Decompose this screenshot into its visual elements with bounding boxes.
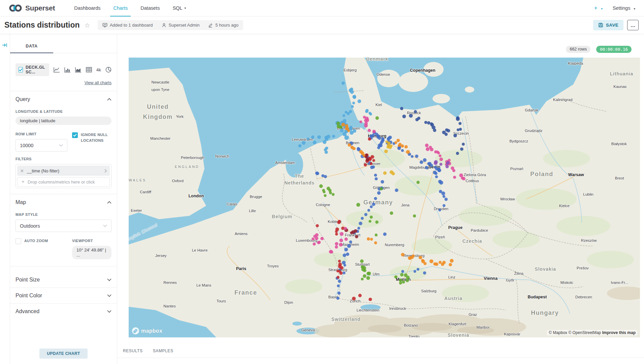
south-tab-samples[interactable]: SAMPLES <box>153 349 173 358</box>
station-point[interactable] <box>356 203 360 206</box>
station-point[interactable] <box>392 172 395 175</box>
station-point[interactable] <box>375 234 378 237</box>
station-point[interactable] <box>377 191 381 195</box>
station-point[interactable] <box>374 174 377 177</box>
station-point[interactable] <box>360 259 363 263</box>
station-point[interactable] <box>396 139 400 142</box>
station-point[interactable] <box>439 155 441 157</box>
station-point[interactable] <box>324 194 326 197</box>
station-point[interactable] <box>338 279 341 283</box>
station-point[interactable] <box>343 271 346 274</box>
station-point[interactable] <box>424 121 427 124</box>
station-point[interactable] <box>375 133 379 136</box>
station-point[interactable] <box>358 294 362 297</box>
station-point[interactable] <box>312 237 315 240</box>
station-point[interactable] <box>453 176 456 179</box>
section-point-color[interactable]: Point Color <box>10 288 117 303</box>
station-point[interactable] <box>401 144 404 148</box>
filter-time-token[interactable]: ✕ __time (No filter) <box>17 166 110 176</box>
station-point[interactable] <box>325 151 328 154</box>
station-point[interactable] <box>307 137 310 140</box>
station-point[interactable] <box>338 260 341 262</box>
station-point[interactable] <box>381 138 385 141</box>
settings-menu[interactable]: Settings ▾ <box>613 5 635 11</box>
station-point[interactable] <box>439 209 441 211</box>
station-point[interactable] <box>460 147 463 151</box>
station-point[interactable] <box>344 135 349 140</box>
station-point[interactable] <box>439 163 442 166</box>
station-point[interactable] <box>302 141 305 144</box>
station-point[interactable] <box>339 271 343 275</box>
station-point[interactable] <box>387 141 391 145</box>
station-point[interactable] <box>365 154 368 157</box>
station-point[interactable] <box>337 285 340 287</box>
station-point[interactable] <box>400 273 404 276</box>
station-point[interactable] <box>343 254 346 257</box>
station-point[interactable] <box>335 230 338 233</box>
station-point[interactable] <box>340 129 344 133</box>
station-point[interactable] <box>423 262 426 265</box>
lonlat-token[interactable]: longitude | latitude <box>15 117 111 125</box>
station-point[interactable] <box>350 131 354 135</box>
station-point[interactable] <box>383 171 387 175</box>
station-point[interactable] <box>368 298 372 301</box>
station-point[interactable] <box>344 264 346 267</box>
station-point[interactable] <box>419 256 422 259</box>
station-point[interactable] <box>412 255 415 257</box>
station-point[interactable] <box>374 241 377 244</box>
map-section-header[interactable]: Map <box>15 199 111 205</box>
filters-drop-zone[interactable]: ＋ Drop columns/metrics here or click <box>17 177 110 187</box>
station-point[interactable] <box>336 297 340 300</box>
last-modified[interactable]: 5 hours ago <box>208 23 238 28</box>
station-point[interactable] <box>369 162 372 165</box>
station-point[interactable] <box>335 245 338 249</box>
station-point[interactable] <box>414 270 416 273</box>
more-options-button[interactable]: … <box>627 20 639 30</box>
viewport-token[interactable]: 10° 24' 49.86" | ... <box>72 246 111 259</box>
station-point[interactable] <box>359 121 362 123</box>
station-point[interactable] <box>429 259 433 263</box>
station-point[interactable] <box>378 137 381 140</box>
station-point[interactable] <box>372 130 376 133</box>
nav-item-sql[interactable]: SQL▾ <box>166 0 192 16</box>
station-point[interactable] <box>436 151 439 153</box>
station-point[interactable] <box>366 158 369 162</box>
station-point[interactable] <box>367 237 370 241</box>
south-tab-results[interactable]: RESULTS <box>123 349 143 358</box>
table-icon[interactable] <box>86 67 92 72</box>
station-point[interactable] <box>423 158 427 162</box>
station-point[interactable] <box>446 165 449 168</box>
station-point[interactable] <box>316 172 319 175</box>
station-point[interactable] <box>406 278 409 282</box>
station-point[interactable] <box>443 204 445 207</box>
station-point[interactable] <box>367 209 370 211</box>
station-point[interactable] <box>298 144 301 147</box>
line-chart-icon[interactable] <box>54 67 60 73</box>
station-point[interactable] <box>439 158 443 161</box>
station-point[interactable] <box>336 276 340 279</box>
expand-panel-icon[interactable] <box>2 42 8 48</box>
station-point[interactable] <box>401 149 404 152</box>
station-point[interactable] <box>456 152 459 155</box>
station-point[interactable] <box>435 175 438 178</box>
section-point-size[interactable]: Point Size <box>10 272 117 288</box>
station-point[interactable] <box>332 193 334 196</box>
station-point[interactable] <box>340 238 343 242</box>
station-point[interactable] <box>394 141 397 144</box>
station-point[interactable] <box>350 90 354 94</box>
station-point[interactable] <box>416 181 420 184</box>
station-point[interactable] <box>370 216 373 219</box>
station-point[interactable] <box>352 297 356 300</box>
station-point[interactable] <box>359 222 362 225</box>
station-point[interactable] <box>427 121 430 125</box>
station-point[interactable] <box>355 235 358 238</box>
station-point[interactable] <box>384 150 388 153</box>
station-point[interactable] <box>347 129 350 132</box>
station-point[interactable] <box>452 169 455 172</box>
station-point[interactable] <box>344 227 347 230</box>
station-point[interactable] <box>399 282 402 285</box>
station-point[interactable] <box>324 175 327 178</box>
station-point[interactable] <box>435 263 438 266</box>
improve-map-link[interactable]: Improve this map <box>602 330 636 335</box>
station-point[interactable] <box>401 270 404 273</box>
